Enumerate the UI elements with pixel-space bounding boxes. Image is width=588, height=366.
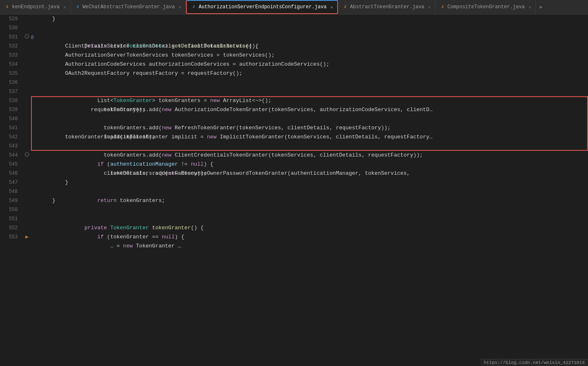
tab-wechat[interactable]: J WeChatAbstractTokenGranter.java ✕ [71,0,186,14]
selected-lines-container: 538 tokenGranters.add(new AuthorizationC… [0,96,588,151]
code-line-545: 545 tokenGranters.add(new ResourceOwnerP… [0,160,588,169]
tab-authorization-endpoints[interactable]: J AuthorizationServerEndpointsConfigurer… [186,0,338,14]
gutter-544 [23,152,31,157]
line-num-540: 540 [0,114,23,124]
code-line-537: 537 List<TokenGranter> tokenGranters = n… [0,87,588,96]
tab-icon-5: J [440,4,445,10]
code-line-531: 531 @ private List<TokenGranter> getDefa… [0,33,588,42]
line-num-546: 546 [0,169,23,178]
code-line-549: 549 } [0,196,588,205]
editor-root: J kenEndpoint.java ✕ J WeChatAbstractTok… [0,0,588,366]
tab-label-1: kenEndpoint.java [12,4,60,10]
code-line-538: 538 tokenGranters.add(new AuthorizationC… [0,96,588,105]
code-line-546: 546 clientDetails, requestFactory)); [0,169,588,178]
line-num-535: 535 [0,69,23,78]
code-line-551: 551 private TokenGranter tokenGranter() … [0,214,588,223]
line-num-541: 541 [0,124,23,133]
tab-label-3: AuthorizationServerEndpointsConfigurer.j… [199,4,327,10]
arrow-icon-553: ▶ [25,233,28,242]
code-line-540: 540 tokenGranters.add(new RefreshTokenGr… [0,114,588,124]
line-num-531: 531 [0,33,23,42]
line-num-550: 550 [0,205,23,214]
code-line-553: 553 ▶ … = new TokenGranter … [0,233,588,242]
line-content-547: } [38,178,588,187]
tab-abstract-granter[interactable]: J AbstractTokenGranter.java ✕ [338,0,436,14]
line-num-537: 537 [0,87,23,96]
code-line-532: 532 ClientDetailsService clientDetails =… [0,42,588,51]
close-icon-3[interactable]: ✕ [330,5,333,10]
line-num-539: 539 [0,105,23,114]
tab-label-4: AbstractTokenGranter.java [350,4,424,10]
line-content-534: AuthorizationCodeServices authorizationC… [38,60,588,69]
line-content-533: AuthorizationServerTokenServices tokenSe… [38,51,588,60]
code-area: 529 } 530 531 @ private [0,14,588,366]
line-num-553: 553 [0,233,23,242]
code-line-548: 548 return tokenGranters; [0,187,588,196]
code-scroll[interactable]: 529 } 530 531 @ private [0,14,588,366]
code-line-543: 543 tokenGranters.add(new ClientCredenti… [0,142,588,151]
breakpoint-544[interactable] [25,152,29,157]
line-num-533: 533 [0,51,23,60]
gutter-531 [23,34,31,38]
code-line-550: 550 [0,205,588,214]
close-icon-1[interactable]: ✕ [63,5,66,10]
tab-icon-3: J [191,4,197,10]
line-num-538: 538 [0,96,23,105]
close-icon-4[interactable]: ✕ [428,5,431,10]
line-num-548: 548 [0,187,23,196]
line-num-552: 552 [0,223,23,233]
tab-tokenendpoint[interactable]: J kenEndpoint.java ✕ [0,0,71,14]
line-num-549: 549 [0,196,23,205]
breakpoint-531[interactable] [25,34,29,38]
tab-bar: J kenEndpoint.java ✕ J WeChatAbstractTok… [0,0,588,14]
line-num-545: 545 [0,160,23,169]
close-icon-5[interactable]: ✕ [528,5,531,10]
status-url: https://blog.csdn.net/weixin_42271016 [484,360,585,365]
code-line-534: 534 AuthorizationCodeServices authorizat… [0,60,588,69]
line-num-536: 536 [0,78,23,87]
line-content-535: OAuth2RequestFactory requestFactory = re… [38,69,588,78]
line-num-544: 544 [0,151,23,160]
line-content-539: requestFactory)); [38,105,588,114]
code-line-533: 533 AuthorizationServerTokenServices tok… [0,51,588,60]
tab-composite-granter[interactable]: J CompositeTokenGranter.java ✕ [436,0,536,14]
close-icon-2[interactable]: ✕ [179,5,181,10]
line-num-530: 530 [0,24,23,33]
line-num-542: 542 [0,133,23,142]
code-line-544: 544 if (authenticationManager != null) { [0,151,588,160]
code-line-542: 542 tokenGranters.add(implicit); [0,133,588,142]
tab-overflow[interactable]: » [536,0,546,14]
code-line-547: 547 } [0,178,588,187]
line-num-547: 547 [0,178,23,187]
tab-icon-1: J [4,4,10,10]
code-line-539: 539 requestFactory)); [0,105,588,114]
code-line-536: 536 [0,78,588,87]
tab-icon-4: J [342,4,348,10]
tab-icon-2: J [75,4,81,10]
line-content-532: ClientDetailsService clientDetails = cli… [38,42,588,51]
line-content-546: clientDetails, requestFactory)); [38,169,588,178]
gutter-553: ▶ [23,233,31,242]
code-line-535: 535 OAuth2RequestFactory requestFactory … [0,69,588,78]
code-line-530: 530 [0,24,588,33]
line-num-551: 551 [0,214,23,223]
code-line-552: 552 if (tokenGranter == null) { [0,223,588,233]
code-line-529: 529 } [0,14,588,24]
line-num-532: 532 [0,42,23,51]
line-content-553: … = new TokenGranter … [38,233,588,260]
line-num-529: 529 [0,14,23,24]
line-content-549: } [38,196,588,205]
line-num-543: 543 [0,142,23,151]
status-bar: https://blog.csdn.net/weixin_42271016 [481,359,588,366]
tab-label-5: CompositeTokenGranter.java [448,4,525,10]
line-num-534: 534 [0,60,23,69]
code-line-541: 541 ImplicitTokenGranter implicit = new … [0,124,588,133]
annotation-531: @ [31,33,38,42]
line-content-542: tokenGranters.add(implicit); [38,133,588,142]
tab-label-2: WeChatAbstractTokenGranter.java [83,4,175,10]
line-content-529: } [38,14,588,24]
